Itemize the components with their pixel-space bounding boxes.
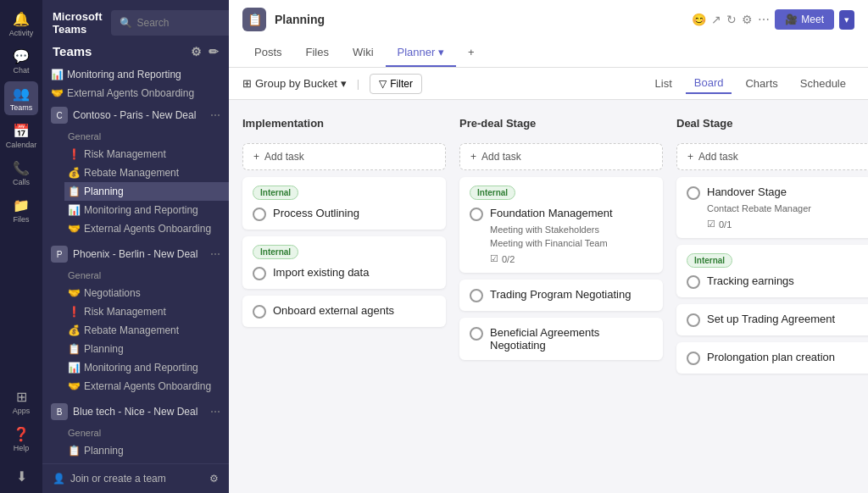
nav-calls[interactable]: 📞 Calls bbox=[4, 156, 38, 190]
add-task-impl[interactable]: + Add task bbox=[242, 143, 446, 170]
header-more-icon[interactable]: ⋯ bbox=[758, 13, 770, 26]
team-paris-header[interactable]: C Contoso - Paris - New Deal ⋯ bbox=[42, 102, 229, 128]
search-box[interactable]: 🔍 bbox=[111, 10, 230, 36]
berlin-risk[interactable]: ❗Risk Management bbox=[64, 302, 229, 321]
task-title: Trading Program Negotiating bbox=[490, 288, 631, 301]
sidebar-item-monitoring[interactable]: 📊 Monitoring and Reporting bbox=[42, 65, 229, 84]
calendar-icon: 📅 bbox=[13, 123, 30, 139]
task-card[interactable]: Handover Stage Contact Rebate Manager ☑ … bbox=[676, 177, 868, 238]
help-icon: ❓ bbox=[13, 426, 30, 442]
view-charts-button[interactable]: Charts bbox=[737, 74, 786, 93]
join-team-button[interactable]: 👤 Join or create a team bbox=[53, 473, 166, 485]
team-nice-header[interactable]: B Blue tech - Nice - New Deal ⋯ bbox=[42, 399, 229, 424]
task-title-row: Beneficial Agreements Negotiating bbox=[470, 326, 653, 352]
sidebar-actions: ⚙ ✏ bbox=[191, 45, 219, 58]
meet-button[interactable]: 🎥 Meet bbox=[775, 9, 834, 30]
paris-external[interactable]: 🤝External Agents Onboarding bbox=[64, 219, 229, 238]
app-top-bar: Microsoft Teams 🔍 ⋯ S bbox=[42, 7, 229, 39]
berlin-planning[interactable]: 📋Planning bbox=[64, 340, 229, 358]
tab-add[interactable]: + bbox=[456, 39, 487, 67]
task-title: Onboard external agents bbox=[273, 304, 394, 317]
add-task-predeal[interactable]: + Add task bbox=[459, 143, 663, 170]
team-paris-name: Contoso - Paris - New Deal bbox=[73, 109, 205, 121]
nav-apps[interactable]: ⊞ Apps bbox=[4, 385, 38, 418]
task-title-row: Foundation Management bbox=[470, 207, 653, 221]
tab-files[interactable]: Files bbox=[294, 39, 341, 67]
task-card[interactable]: Internal Import existing data bbox=[242, 236, 446, 289]
task-title-row: Tracking earnings bbox=[687, 274, 868, 289]
task-complete-circle[interactable] bbox=[687, 352, 700, 365]
task-card[interactable]: Beneficial Agreements Negotiating bbox=[459, 318, 663, 360]
nav-calendar[interactable]: 📅 Calendar bbox=[4, 119, 38, 152]
column-predeal: Pre-deal Stage + Add task Internal Found… bbox=[459, 114, 663, 479]
sidebar-add-icon[interactable]: ✏ bbox=[209, 45, 219, 58]
nav-help[interactable]: ❓ Help bbox=[4, 422, 38, 456]
settings-icon[interactable]: ⚙ bbox=[209, 473, 219, 485]
berlin-negotiations[interactable]: 🤝Negotiations bbox=[64, 284, 229, 302]
header-settings-icon[interactable]: ⚙ bbox=[742, 13, 753, 26]
team-berlin-more-icon[interactable]: ⋯ bbox=[210, 248, 220, 260]
sidebar-filter-icon[interactable]: ⚙ bbox=[191, 45, 202, 58]
team-nice-more-icon[interactable]: ⋯ bbox=[210, 406, 220, 418]
header-refresh-icon[interactable]: ↻ bbox=[726, 13, 737, 26]
task-card[interactable]: Trading Program Negotiating bbox=[459, 280, 663, 311]
paris-risk[interactable]: ❗Risk Management bbox=[64, 145, 229, 163]
task-title: Foundation Management bbox=[490, 207, 613, 219]
search-input[interactable] bbox=[137, 17, 230, 29]
task-complete-circle[interactable] bbox=[253, 305, 266, 319]
task-complete-circle[interactable] bbox=[470, 327, 483, 341]
main-content: 📋 Planning 😊 ↗ ↻ ⚙ ⋯ 🎥 Meet ▾ Posts File… bbox=[229, 0, 868, 493]
nav-download[interactable]: ⬇ bbox=[4, 459, 38, 493]
berlin-channels: General 🤝Negotiations ❗Risk Management 💰… bbox=[42, 267, 229, 396]
view-list-button[interactable]: List bbox=[647, 74, 681, 93]
task-complete-circle[interactable] bbox=[687, 275, 700, 289]
nav-chat[interactable]: 💬 Chat bbox=[4, 44, 38, 78]
group-by-button[interactable]: ⊞ Group by Bucket ▾ bbox=[242, 77, 347, 90]
task-complete-circle[interactable] bbox=[687, 313, 700, 327]
view-schedule-button[interactable]: Schedule bbox=[792, 74, 854, 93]
task-complete-circle[interactable] bbox=[253, 267, 266, 280]
task-title: Beneficial Agreements Negotiating bbox=[490, 326, 653, 352]
nice-planning[interactable]: 📋Planning bbox=[64, 441, 229, 460]
paris-rebate[interactable]: 💰Rebate Management bbox=[64, 163, 229, 182]
task-card[interactable]: Internal Tracking earnings bbox=[676, 245, 868, 297]
meet-chevron-button[interactable]: ▾ bbox=[839, 10, 854, 30]
tab-wiki[interactable]: Wiki bbox=[341, 39, 386, 67]
filter-button[interactable]: ▽ Filter bbox=[370, 74, 422, 94]
calls-icon: 📞 bbox=[13, 160, 30, 176]
task-complete-circle[interactable] bbox=[470, 208, 483, 221]
col-impl-title: Implementation bbox=[242, 114, 446, 136]
berlin-monitoring[interactable]: 📊Monitoring and Reporting bbox=[64, 358, 229, 377]
task-card[interactable]: Internal Foundation Management Meeting w… bbox=[459, 177, 663, 273]
sidebar-item-external-agents[interactable]: 🤝 External Agents Onboarding bbox=[42, 84, 229, 102]
task-title: Set up Trading Agreement bbox=[707, 313, 835, 325]
task-card[interactable]: Prolongation plan creation bbox=[676, 342, 868, 374]
teams-icon: 👥 bbox=[13, 86, 30, 102]
paris-planning[interactable]: 📋Planning bbox=[64, 182, 229, 201]
task-card[interactable]: Internal Process Outlining bbox=[242, 177, 446, 230]
nav-teams[interactable]: 👥 Teams bbox=[4, 81, 38, 115]
task-card[interactable]: Onboard external agents bbox=[242, 296, 446, 327]
view-board-button[interactable]: Board bbox=[686, 73, 732, 94]
add-task-deal[interactable]: + Add task bbox=[676, 143, 868, 170]
monitoring-label: Monitoring and Reporting bbox=[67, 69, 181, 80]
paris-monitoring[interactable]: 📊Monitoring and Reporting bbox=[64, 201, 229, 219]
task-title-row: Prolongation plan creation bbox=[687, 351, 868, 365]
berlin-rebate[interactable]: 💰Rebate Management bbox=[64, 321, 229, 340]
berlin-external[interactable]: 🤝External Agents Onboarding bbox=[64, 377, 229, 396]
tab-posts[interactable]: Posts bbox=[242, 39, 294, 67]
task-card[interactable]: Set up Trading Agreement bbox=[676, 304, 868, 335]
tab-planner[interactable]: Planner ▾ bbox=[386, 39, 456, 67]
task-complete-circle[interactable] bbox=[253, 208, 266, 221]
task-complete-circle[interactable] bbox=[687, 186, 700, 200]
task-badge-internal: Internal bbox=[470, 186, 515, 200]
team-paris-more-icon[interactable]: ⋯ bbox=[210, 109, 220, 121]
task-complete-circle[interactable] bbox=[470, 289, 483, 302]
nav-files[interactable]: 📁 Files bbox=[4, 193, 38, 227]
team-berlin-header[interactable]: P Phoenix - Berlin - New Deal ⋯ bbox=[42, 241, 229, 267]
channel-header-top: 📋 Planning 😊 ↗ ↻ ⚙ ⋯ 🎥 Meet ▾ bbox=[229, 0, 868, 39]
apps-icon: ⊞ bbox=[16, 389, 27, 405]
nav-activity[interactable]: 🔔 Activity bbox=[4, 7, 38, 41]
task-title-row: Handover Stage bbox=[687, 186, 868, 200]
header-external-icon[interactable]: ↗ bbox=[711, 13, 721, 26]
